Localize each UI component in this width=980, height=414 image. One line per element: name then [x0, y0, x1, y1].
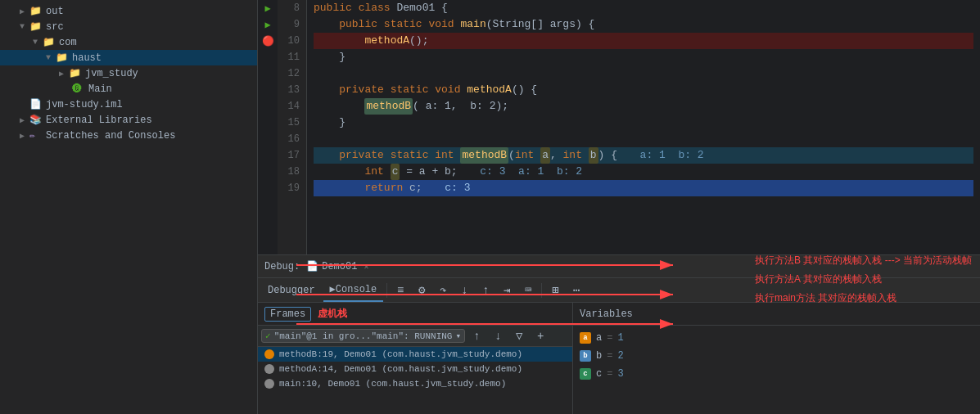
tree-label: out [46, 6, 64, 17]
debug-label: Debug: 📄 Demo01 ✕ [264, 260, 368, 272]
variables-panel: Variables a a = 1 b b = 2 [573, 303, 980, 414]
code-editor: ▶ ▶ 🔴 8 9 10 [258, 0, 980, 254]
debug-content: Frames 虚机栈 ✓ "main"@1 in gro..."main": R… [258, 303, 980, 414]
tree-item-jvm-study[interactable]: ▶ 📁 jvm_study [0, 65, 257, 81]
var-value: 2 [617, 350, 623, 362]
debug-tabs: Debugger ▶ Console [261, 279, 383, 302]
annotation-line-2: 执行方法A 其对应的栈帧入栈 [755, 272, 972, 286]
iml-icon: 📄 [29, 98, 43, 110]
code-line-19: return c; c: 3 [314, 180, 973, 196]
code-line-18: int c = a + b; c: 3 a: 1 b: 2 [314, 164, 973, 180]
run-arrow: ▶ [264, 2, 270, 15]
folder-icon: 📁 [29, 5, 43, 17]
expand-arrow: ▼ [33, 38, 43, 47]
tree-item-out[interactable]: ▶ 📁 out [0, 3, 257, 19]
tree-item-main[interactable]: 🅖 Main [0, 81, 257, 97]
virtual-machine-label: 虚机栈 [318, 307, 347, 321]
code-line-13: private static void methodA() { [314, 82, 973, 98]
line-numbers: 8 9 10 11 12 13 14 15 16 17 18 19 [278, 0, 307, 254]
evaluate-button[interactable]: ⌨ [518, 281, 538, 300]
tree-label: Scratches and Consoles [46, 130, 175, 142]
folder-icon: 📁 [69, 67, 82, 79]
more-button[interactable]: ⋯ [567, 281, 586, 300]
variables-header: Variables [573, 303, 980, 326]
code-line-17: private static int methodB(int a, int b)… [314, 147, 973, 164]
annotations-overlay: 执行方法B 其对应的栈帧入栈 ---> 当前为活动栈帧 执行方法A 其对应的栈帧… [755, 254, 972, 305]
breakpoint-arrow: 🔴 [262, 35, 274, 47]
code-line-11: } [314, 49, 973, 65]
close-tab-button[interactable]: ✕ [364, 262, 368, 272]
run-cursor-button[interactable]: ⇥ [497, 281, 517, 300]
code-line-9: public static void main(String[] args) { [314, 16, 973, 33]
code-line-16 [314, 131, 973, 147]
debugger-tab[interactable]: Debugger [261, 279, 322, 302]
tree-label: External Libraries [46, 115, 152, 126]
tree-item-external-libraries[interactable]: ▶ 📚 External Libraries [0, 112, 257, 128]
folder-icon: 📁 [29, 20, 43, 33]
filter-button[interactable]: ▽ [509, 326, 529, 346]
expand-arrow: ▶ [20, 131, 29, 141]
settings-button[interactable]: ⚙ [412, 281, 431, 300]
project-tree: ▶ 📁 out ▼ 📁 src ▼ 📁 com ▼ 📁 haust [0, 0, 257, 414]
tree-item-haust[interactable]: ▼ 📁 haust [0, 50, 257, 65]
step-over-button[interactable]: ↷ [433, 281, 453, 300]
step-out-button[interactable]: ↑ [476, 281, 495, 300]
ext-libraries-icon: 📚 [29, 114, 43, 126]
annotation-line-3: 执行main方法 其对应的栈帧入栈 [755, 291, 972, 305]
var-icon: c [580, 368, 591, 380]
frame-icon [264, 379, 274, 389]
expand-arrow: ▼ [46, 53, 56, 62]
var-name: c [596, 368, 602, 380]
frame-item[interactable]: methodA:14, Demo01 (com.haust.jvm_study.… [258, 362, 572, 376]
frames-toolbar: ✓ "main"@1 in gro..."main": RUNNING ▾ ↑ … [258, 326, 572, 347]
variables-list: a a = 1 b b = 2 c c [573, 326, 980, 414]
tree-item-scratches[interactable]: ▶ ✏️ Scratches and Consoles [0, 128, 257, 143]
tree-item-iml[interactable]: ▶ 📄 jvm-study.iml [0, 97, 257, 112]
frames-list: methodB:19, Demo01 (com.haust.jvm_study.… [258, 347, 572, 414]
thread-check-icon: ✓ [265, 331, 271, 341]
var-icon: a [580, 332, 591, 344]
tree-label: Main [88, 83, 112, 95]
var-equals: = [607, 332, 612, 344]
expand-arrow: ▼ [20, 22, 29, 31]
frame-icon [264, 364, 274, 374]
code-line-10: methodA(); [314, 33, 973, 49]
folder-icon: 📁 [43, 36, 56, 48]
step-into-button[interactable]: ↓ [454, 281, 474, 300]
scratch-icon: ✏️ [29, 129, 43, 142]
add-frame-button[interactable]: + [531, 326, 550, 346]
var-value: 3 [617, 368, 623, 380]
code-line-8: public class Demo01 { [314, 0, 973, 16]
frames-panel: Frames 虚机栈 ✓ "main"@1 in gro..."main": R… [258, 303, 573, 414]
expand-arrow: ▶ [20, 7, 29, 16]
frame-name: methodB:19, Demo01 (com.haust.jvm_study.… [279, 349, 522, 359]
frame-name: main:10, Demo01 (com.haust.jvm_study.dem… [279, 379, 506, 389]
scroll-down-button[interactable]: ↓ [488, 326, 508, 346]
tree-item-com[interactable]: ▼ 📁 com [0, 34, 257, 50]
frame-item[interactable]: main:10, Demo01 (com.haust.jvm_study.dem… [258, 376, 572, 391]
code-line-14: methodB( a: 1, b: 2); [314, 98, 973, 115]
expand-arrow: ▶ [59, 69, 69, 79]
toolbar-separator [386, 283, 387, 298]
frames-label: Frames [264, 307, 311, 322]
expand-arrow: ▶ [20, 115, 29, 125]
code-line-12 [314, 65, 973, 82]
folder-icon: 📁 [56, 52, 69, 64]
tree-label: src [46, 21, 64, 33]
scroll-up-button[interactable]: ↑ [467, 326, 486, 346]
toolbar-separator-2 [541, 283, 542, 298]
var-name: b [596, 350, 602, 362]
restore-layout-button[interactable]: ≡ [391, 281, 410, 300]
var-equals: = [607, 368, 612, 380]
tree-item-src[interactable]: ▼ 📁 src [0, 19, 257, 34]
chevron-down-icon: ▾ [455, 331, 461, 341]
file-tree-sidebar: ▶ 📁 out ▼ 📁 src ▼ 📁 com ▼ 📁 haust [0, 0, 258, 414]
layout-button[interactable]: ⊞ [545, 281, 565, 300]
variable-item: c c = 3 [580, 365, 973, 383]
tree-label: haust [72, 52, 102, 64]
frame-item[interactable]: methodB:19, Demo01 (com.haust.jvm_study.… [258, 347, 572, 362]
thread-selector[interactable]: ✓ "main"@1 in gro..."main": RUNNING ▾ [261, 329, 465, 343]
breakpoint-gutter: ▶ ▶ 🔴 [258, 0, 278, 254]
console-tab[interactable]: ▶ Console [323, 279, 384, 302]
frames-panel-header: Frames 虚机栈 [258, 303, 572, 326]
